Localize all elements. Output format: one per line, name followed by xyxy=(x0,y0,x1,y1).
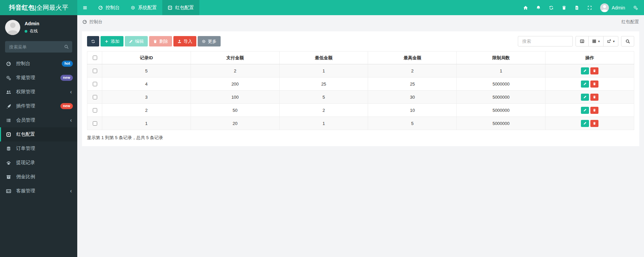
delete-row-button[interactable] xyxy=(590,67,598,74)
plus-icon xyxy=(105,39,109,43)
rocket-icon xyxy=(6,104,11,109)
menu-item-label: 插件管理 xyxy=(16,103,60,109)
sidebar-item-order[interactable]: 订单管理 xyxy=(0,141,77,156)
log-icon xyxy=(575,5,579,10)
caret-down-icon: ▾ xyxy=(598,40,600,43)
table-cell: 5000000 xyxy=(457,77,545,91)
row-checkbox[interactable] xyxy=(93,82,97,86)
table-cell: 5000000 xyxy=(457,104,545,117)
delete-button[interactable]: 删除 xyxy=(149,36,172,46)
app-logo[interactable]: 抖音红包|全网最火平 xyxy=(0,0,77,15)
tab-redpacket-config[interactable]: 红包配置 xyxy=(162,0,199,15)
row-actions-cell xyxy=(545,91,634,104)
pencil-icon xyxy=(583,69,587,72)
delete-row-button[interactable] xyxy=(590,107,598,114)
more-button[interactable]: 更多 xyxy=(198,36,221,46)
search-submit-button[interactable] xyxy=(621,36,634,46)
tab-console[interactable]: 控制台 xyxy=(93,0,125,15)
export-button[interactable]: ▾ xyxy=(603,36,618,46)
fullscreen-icon xyxy=(587,5,592,10)
sidebar-item-redpacket[interactable]: 红包配置 xyxy=(0,127,77,141)
refresh-button[interactable] xyxy=(87,36,99,46)
row-checkbox[interactable] xyxy=(93,121,97,126)
menu-item-label: 红包配置 xyxy=(16,131,73,137)
refresh-page-button[interactable] xyxy=(545,0,558,15)
sidebar-item-service[interactable]: 客服管理‹ xyxy=(0,184,77,198)
toolbar-left: 添加编辑删除导入更多 xyxy=(87,36,222,46)
menu-item-icon xyxy=(1,104,16,109)
edit-row-button[interactable] xyxy=(581,67,589,74)
notifications-button[interactable] xyxy=(532,0,545,15)
row-checkbox[interactable] xyxy=(93,108,97,113)
view-button-group: ▾▾ xyxy=(576,36,618,46)
tab-system-config[interactable]: 系统配置 xyxy=(125,0,162,15)
menu-item-icon xyxy=(1,160,16,165)
fullscreen-button[interactable] xyxy=(583,0,596,15)
edit-button[interactable]: 编辑 xyxy=(125,36,148,46)
table-cell: 5 xyxy=(279,91,368,104)
user-menu[interactable]: Admin xyxy=(596,0,629,15)
table-search-input[interactable] xyxy=(518,36,573,46)
select-all-checkbox[interactable] xyxy=(93,56,97,60)
breadcrumb[interactable]: 控制台 xyxy=(82,19,103,25)
table-cell: 5000000 xyxy=(457,91,545,104)
settings-button[interactable] xyxy=(629,0,642,15)
menu-badge: hot xyxy=(62,61,73,66)
search-icon xyxy=(64,44,69,49)
sidebar-toggle-button[interactable] xyxy=(77,0,93,15)
sidebar-item-console[interactable]: 控制台hot xyxy=(0,57,77,71)
menu-search-input[interactable] xyxy=(5,41,72,53)
column-header: 记录ID xyxy=(102,52,191,64)
paw-icon xyxy=(6,160,11,165)
logo-brand: 抖音红包 xyxy=(9,3,35,12)
row-checkbox[interactable] xyxy=(93,69,97,73)
delete-row-button[interactable] xyxy=(590,120,598,127)
table-cell: 1 xyxy=(457,64,545,77)
menu-item-icon xyxy=(1,146,16,151)
add-button[interactable]: 添加 xyxy=(101,36,123,46)
avatar xyxy=(600,3,609,12)
archive-icon xyxy=(6,174,11,180)
edit-row-button[interactable] xyxy=(581,120,589,127)
sidebar-item-withdraw[interactable]: 提现记录 xyxy=(0,156,77,170)
sidebar-item-commission[interactable]: 佣金比例 xyxy=(0,170,77,184)
button-label: 更多 xyxy=(208,38,217,44)
clear-cache-button[interactable] xyxy=(558,0,570,15)
detail-view-button[interactable] xyxy=(576,36,589,46)
table-cell: 1 xyxy=(279,117,368,130)
home-button[interactable] xyxy=(519,0,532,15)
menu-item-label: 控制台 xyxy=(16,61,62,67)
bell-icon xyxy=(536,5,541,10)
trash-icon xyxy=(593,95,596,99)
table-cell: 5000000 xyxy=(457,117,545,130)
import-button[interactable]: 导入 xyxy=(173,36,196,46)
delete-row-button[interactable] xyxy=(590,81,598,88)
chevron-left-icon: ‹ xyxy=(70,89,73,95)
sidebar-item-auth[interactable]: 权限管理‹ xyxy=(0,85,77,99)
table-cell: 2 xyxy=(191,64,279,77)
search-icon xyxy=(625,39,630,44)
user-panel: Admin 在线 xyxy=(0,15,77,38)
gear-icon xyxy=(202,39,206,43)
row-check-cell xyxy=(87,64,102,77)
row-checkbox[interactable] xyxy=(93,95,97,99)
table-wrap: 记录ID支付金额最低金额最高金额限制局数操作 52121420025255000… xyxy=(87,51,634,130)
table-cell: 1 xyxy=(102,117,191,130)
log-button[interactable] xyxy=(570,0,583,15)
delete-row-button[interactable] xyxy=(590,94,598,101)
content-panel: 添加编辑删除导入更多 ▾▾ 记录ID支付金额最低金额最高金额限制局数操作 521… xyxy=(82,31,639,146)
nav-tabs: 控制台系统配置红包配置 xyxy=(93,0,199,15)
sidebar-item-member[interactable]: 会员管理‹ xyxy=(0,113,77,127)
edit-row-button[interactable] xyxy=(581,107,589,114)
page-title: 红包配置 xyxy=(621,19,639,25)
edit-row-button[interactable] xyxy=(581,94,589,101)
table-cell: 5 xyxy=(102,64,191,77)
table-cell: 5 xyxy=(368,117,457,130)
row-actions-cell xyxy=(545,104,634,117)
menu-item-label: 客服管理 xyxy=(16,188,70,194)
edit-row-button[interactable] xyxy=(581,81,589,88)
menu-item-label: 会员管理 xyxy=(16,117,70,123)
columns-button[interactable]: ▾ xyxy=(588,36,604,46)
sidebar-item-addon[interactable]: 插件管理new xyxy=(0,99,77,113)
sidebar-item-general[interactable]: 常规管理new xyxy=(0,71,77,85)
